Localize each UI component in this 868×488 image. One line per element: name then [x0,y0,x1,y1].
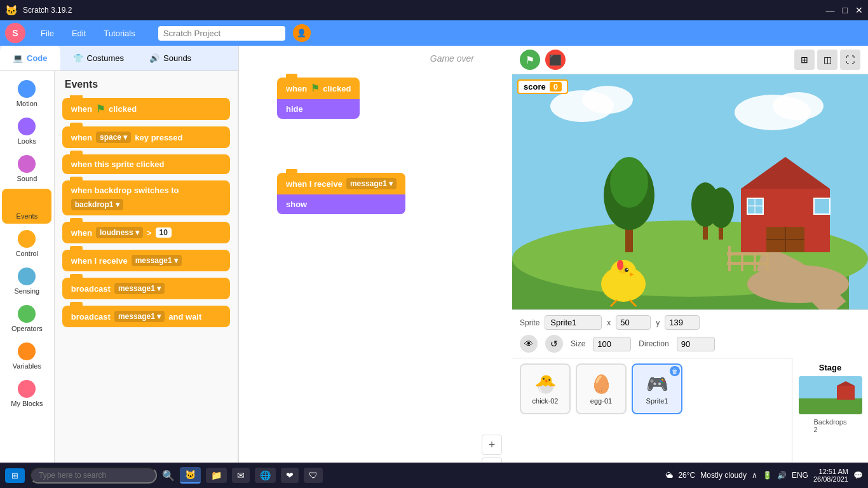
up-arrow-icon[interactable]: ∧ [752,471,757,480]
loudness-value[interactable]: 10 [156,227,172,238]
category-sound[interactable]: Sound [2,151,51,186]
sprite-delete-button[interactable]: 🗑 [670,366,680,376]
block-when-flag[interactable]: when ⚑ clicked [62,98,230,120]
size-label: Size [571,339,585,348]
taskbar-scratch-app[interactable]: 🐱 [180,467,201,484]
sprite-stage-row: 🐣 chick-02 🥚 egg-01 🗑 🎮 Sprite1 [512,358,868,463]
taskbar-search-input[interactable] [30,467,157,484]
svg-point-21 [709,187,734,228]
category-operators[interactable]: Operators [2,301,51,336]
script-when-receive[interactable]: when I receive message1 ▾ [277,173,405,194]
sprite-thumb-sprite1[interactable]: 🗑 🎮 Sprite1 [632,363,682,414]
script-hide[interactable]: hide [277,99,360,119]
script-area: Game over when ⚑ clicked hide [239,46,512,463]
minimize-button[interactable]: — [826,5,835,15]
menu-tutorials[interactable]: Tutorials [96,26,142,41]
close-button[interactable]: ✕ [855,5,863,15]
category-motion[interactable]: Motion [2,76,51,111]
script-show[interactable]: show [277,194,405,214]
green-flag-button[interactable]: ⚑ [520,50,540,70]
weather-icon: 🌥 [665,471,673,480]
maximize-button[interactable]: □ [843,5,848,15]
block-when-key[interactable]: when space ▾ key pressed [62,126,230,148]
egg-image: 🥚 [590,374,613,395]
stop-button[interactable]: ⬛ [545,50,566,70]
control-dot [18,230,36,248]
taskbar-mail-app[interactable]: ✉ [232,468,250,483]
and-wait-text: and wait [168,312,201,322]
loudness-dropdown[interactable]: loudness ▾ [96,227,143,238]
sprite-thumb-egg[interactable]: 🥚 egg-01 [576,363,627,414]
taskbar-search-icon[interactable]: 🔍 [162,470,175,482]
category-myblocks[interactable]: My Blocks [2,376,51,411]
y-input[interactable] [665,315,700,330]
date-display: 26/08/2021 [813,475,848,483]
block-broadcast[interactable]: broadcast message1 ▾ [62,278,230,299]
layout-large-button[interactable]: ◫ [817,50,837,70]
sound-dot [18,155,36,173]
when-text2: when [71,228,92,238]
lang-display: ENG [792,471,808,480]
titlebar-controls[interactable]: — □ ✕ [826,5,863,15]
key-dropdown[interactable]: space ▾ [96,132,131,143]
category-looks[interactable]: Looks [2,114,51,149]
x-input[interactable] [616,315,651,330]
stage-panel: Stage Backdrops 2 [792,358,868,463]
start-button[interactable]: ⊞ [5,468,25,483]
block-when-receive[interactable]: when I receive message1 ▾ [62,250,230,271]
block-broadcast-wait[interactable]: broadcast message1 ▾ and wait [62,306,230,327]
farm-scene [512,74,868,309]
menu-edit[interactable]: Edit [64,26,93,41]
svg-rect-9 [728,246,731,271]
receive-dropdown-script[interactable]: message1 ▾ [346,178,397,189]
taskbar-folder-app[interactable]: 📁 [206,468,227,483]
notification-icon[interactable]: 💬 [853,471,863,480]
direction-input[interactable] [677,337,715,351]
svg-point-4 [773,92,824,120]
broadcast-wait-dropdown[interactable]: message1 ▾ [114,311,165,322]
taskbar-app6[interactable]: 🛡 [304,468,323,483]
menu-file[interactable]: File [33,26,62,41]
receive-dropdown[interactable]: message1 ▾ [132,255,182,266]
sprite-controls: 👁 ↺ Size Direction [520,335,860,353]
category-sensing[interactable]: Sensing [2,264,51,299]
category-control[interactable]: Control [2,226,51,261]
stage-mini-thumbnail[interactable] [799,376,862,414]
when-receive-text: when I receive [71,256,128,266]
script-when-flag[interactable]: when ⚑ clicked [277,78,360,99]
operators-label: Operators [11,325,43,332]
broadcast-dropdown[interactable]: message1 ▾ [114,283,165,294]
sprite-name-input[interactable] [545,315,602,330]
no-rotate-button[interactable]: ↺ [545,335,563,353]
key-pressed-text: key pressed [135,133,182,142]
sprite-thumb-chick[interactable]: 🐣 chick-02 [520,363,571,414]
block-when-backdrop[interactable]: when backdrop switches to backdrop1 ▾ [62,180,230,215]
zoom-out-button[interactable]: − [482,458,502,463]
block-when-loudness[interactable]: when loudness ▾ > 10 [62,222,230,243]
greater-text: > [147,228,152,238]
layout-small-button[interactable]: ⊞ [794,50,815,70]
speaker-icon[interactable]: 🔊 [777,471,787,480]
backdrop-dropdown[interactable]: backdrop1 ▾ [71,199,123,210]
right-panel: ⚑ ⬛ ⊞ ◫ ⛶ [512,46,868,463]
egg-name: egg-01 [590,397,612,405]
tab-code[interactable]: 💻 Code [0,46,60,71]
taskbar-edge-app[interactable]: 🌐 [255,468,276,483]
app-title: Scratch 3.19.2 [23,6,72,15]
tab-costumes[interactable]: 👕 Costumes [60,46,137,71]
taskbar-app5[interactable]: ❤ [281,468,299,483]
project-name-input[interactable] [158,26,285,41]
left-panel: 💻 Code 👕 Costumes 🔊 Sounds [0,46,239,463]
script-stack-1: when ⚑ clicked hide [277,78,360,119]
svg-point-37 [617,260,623,270]
zoom-in-button[interactable]: + [482,435,502,455]
user-avatar[interactable]: 👤 [293,24,311,42]
visibility-button[interactable]: 👁 [520,335,538,353]
layout-fullscreen-button[interactable]: ⛶ [840,50,860,70]
category-variables[interactable]: Variables [2,339,51,374]
size-input[interactable] [593,337,631,351]
tab-sounds[interactable]: 🔊 Sounds [137,46,204,71]
category-events[interactable]: Events [2,189,51,224]
block-when-sprite[interactable]: when this sprite clicked [62,154,230,174]
sounds-icon: 🔊 [149,53,159,63]
